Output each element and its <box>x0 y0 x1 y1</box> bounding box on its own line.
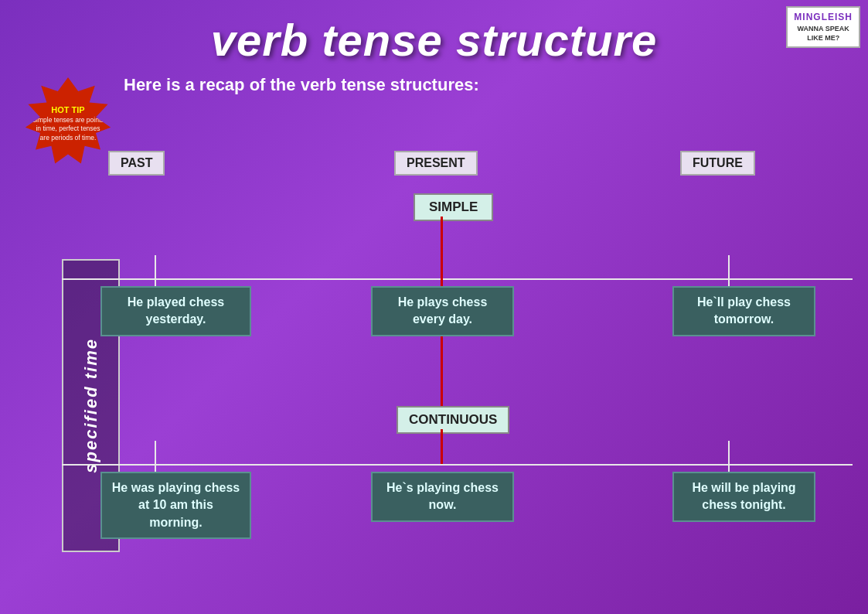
hot-tip-text: Simple tenses are points in time, perfec… <box>31 116 105 142</box>
vline-center-mid <box>441 429 443 464</box>
example-present-simple: He plays chess every day. <box>371 286 514 336</box>
example-past-continuous: He was playing chess at 10 am this morni… <box>100 472 251 539</box>
example-past-simple: He played chess yesterday. <box>100 286 251 336</box>
simple-box: SIMPLE <box>414 193 493 221</box>
hot-tip-title: HOT TIP <box>51 105 84 114</box>
hline-simple <box>62 278 853 280</box>
example-future-simple: He`ll play chess tomorrow. <box>672 286 815 336</box>
hline-continuous <box>62 464 853 466</box>
logo: MINGLEISH WANNA SPEAK LIKE ME? <box>786 6 860 48</box>
example-present-continuous: He`s playing chess now. <box>371 472 514 522</box>
continuous-box: CONTINUOUS <box>397 406 509 434</box>
label-present: PRESENT <box>394 151 478 176</box>
logo-line1: WANNA SPEAK <box>794 24 853 34</box>
label-future: FUTURE <box>680 151 755 176</box>
logo-brand: MINGLEISH <box>794 11 853 24</box>
diagram: specified time PAST PRESENT FUTURE SIMPL… <box>62 151 853 599</box>
specified-time-label: specified time <box>81 338 101 473</box>
label-past: PAST <box>108 151 165 176</box>
page-title: verb tense structure <box>0 0 868 66</box>
subtitle: Here is a recap of the verb tense struct… <box>124 75 868 95</box>
example-future-continuous: He will be playing chess tonight. <box>672 472 815 522</box>
logo-line2: LIKE ME? <box>794 33 853 43</box>
